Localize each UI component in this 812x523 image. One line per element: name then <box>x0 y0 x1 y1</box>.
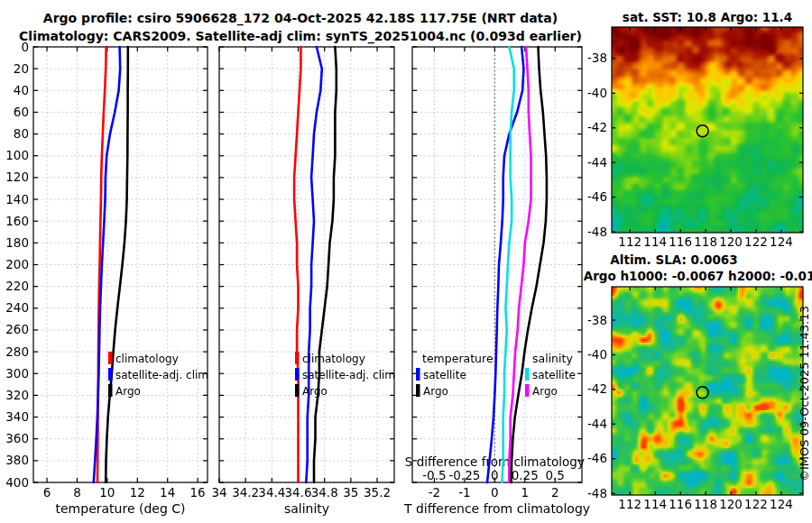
depth-tick-label: 80 <box>14 126 29 141</box>
lat-tick-label: -44 <box>587 417 607 431</box>
lat-tick-label: -42 <box>587 120 607 134</box>
legend-temperature: temperaturesatelliteArgo <box>416 352 494 398</box>
argo-profile-figure: Argo profile: csiro 5906628_172 04-Oct-2… <box>0 0 812 523</box>
legend-entry-Argo: Argo <box>295 384 328 398</box>
x-tick-label: 34.4 <box>258 485 285 500</box>
legend-entry-climatology: climatology <box>295 352 365 365</box>
lat-tick-label: -48 <box>587 225 607 239</box>
lon-tick-label: 120 <box>719 234 743 249</box>
depth-tick-label: 180 <box>5 235 29 250</box>
lon-tick-label: 114 <box>643 497 667 511</box>
depth-tick-label: 120 <box>5 170 29 184</box>
x-axis-label: T difference from climatology <box>403 501 590 516</box>
legend-label: satellite <box>532 369 576 381</box>
x-tick-label: 12 <box>130 485 145 500</box>
legend-entry-satellite-adj--clim: satellite-adj. clim <box>295 368 395 381</box>
depth-tick-label: 160 <box>5 214 29 228</box>
legend-label: Argo <box>423 385 448 398</box>
legend-label: Argo <box>115 385 141 398</box>
s-tick-label: 0 <box>491 468 499 482</box>
legend-label: satellite-adj. clim <box>115 369 208 381</box>
x-tick-label: 8 <box>73 485 81 500</box>
legend-marker <box>108 368 113 381</box>
legend-marker <box>108 384 113 397</box>
argo-float-marker <box>697 387 708 399</box>
legend-marker <box>295 352 300 364</box>
lon-tick-label: 118 <box>694 497 717 511</box>
legend-salinity: salinitysatelliteArgo <box>525 352 576 398</box>
legend-marker <box>416 384 420 397</box>
lon-tick-label: 122 <box>744 234 768 249</box>
argo-float-marker <box>697 125 708 137</box>
lon-tick-label: 112 <box>618 234 641 249</box>
lon-tick-label: 120 <box>719 497 743 511</box>
legend-header: salinity <box>532 352 573 365</box>
lon-tick-label: 124 <box>770 497 793 511</box>
depth-tick-label: 0 <box>21 40 29 54</box>
legend-marker <box>525 384 530 397</box>
panel-salinity: 3434.234.434.634.83535.2salinityclimatol… <box>211 47 395 516</box>
x-tick-label: 16 <box>190 485 206 500</box>
depth-tick-label: 380 <box>5 453 29 467</box>
legend-marker <box>295 368 300 381</box>
legend-label: climatology <box>302 353 365 365</box>
x-tick-label: -2 <box>429 485 440 500</box>
lon-tick-label: 114 <box>643 234 667 249</box>
legend-temperature: climatologysatellite-adj. climArgo <box>108 352 208 398</box>
panel-temperature: 6810121416020406080100120140160180200220… <box>5 40 208 517</box>
x-tick-label: 2 <box>551 485 559 500</box>
depth-tick-label: 320 <box>5 388 29 402</box>
lat-tick-label: -44 <box>587 155 607 170</box>
depth-tick-label: 400 <box>5 475 29 490</box>
s-tick-label: 0.5 <box>545 468 564 482</box>
x-axis-label: salinity <box>284 501 329 516</box>
legend-marker <box>525 368 530 381</box>
legend-salinity: climatologysatellite-adj. climArgo <box>295 352 395 398</box>
profile-plots-overlay: 6810121416020406080100120140160180200220… <box>0 0 812 523</box>
lat-tick-label: -46 <box>587 189 607 204</box>
panel-difference: -2-1012T difference from climatologyS di… <box>403 47 590 516</box>
legend-label: Argo <box>532 385 558 398</box>
lat-tick-label: -38 <box>587 50 607 65</box>
gridlines-difference <box>412 47 582 482</box>
sst-map-axes: 112114116118120122124-38-40-42-44-46-48 <box>587 27 803 249</box>
x-tick-label: 35.2 <box>364 485 391 500</box>
legend-label: satellite <box>423 369 466 381</box>
x-tick-label: 35 <box>343 485 358 500</box>
depth-tick-label: 360 <box>5 431 29 445</box>
depth-tick-label: 340 <box>5 409 29 424</box>
lon-tick-label: 116 <box>669 234 692 249</box>
depth-tick-label: 220 <box>5 279 29 293</box>
depth-tick-label: 60 <box>14 105 29 119</box>
lon-tick-label: 122 <box>744 497 768 511</box>
s-tick-label: 0.25 <box>512 468 539 482</box>
x-tick-label: 34.2 <box>232 485 259 500</box>
x-tick-label: 34.6 <box>284 485 311 500</box>
legend-label: satellite-adj. clim <box>302 369 395 381</box>
map-frame <box>612 287 803 495</box>
line-salinity-climatology <box>294 47 300 482</box>
legend-entry-temperature-satellite: satellite <box>416 368 466 381</box>
legend-marker <box>295 384 300 397</box>
x-tick-label: 6 <box>43 485 51 500</box>
depth-tick-label: 240 <box>5 300 29 315</box>
legend-marker <box>416 368 420 381</box>
legend-label: climatology <box>115 353 179 365</box>
x-tick-label: 34 <box>211 485 226 500</box>
lon-tick-label: 124 <box>770 234 793 249</box>
map-frame <box>612 27 803 233</box>
depth-tick-label: 200 <box>5 257 29 271</box>
legend-entry-salinity-Argo: Argo <box>525 384 558 398</box>
lat-tick-label: -40 <box>587 86 607 100</box>
depth-tick-label: 280 <box>5 344 29 359</box>
x-tick-label: 1 <box>521 485 529 500</box>
lon-tick-label: 116 <box>669 497 692 511</box>
line-temperature-argo <box>106 47 128 482</box>
lat-tick-label: -48 <box>587 486 607 500</box>
legend-entry-salinity-satellite: satellite <box>525 368 576 381</box>
depth-tick-label: 100 <box>5 148 29 162</box>
line-difference-salinity-satellite <box>502 47 513 482</box>
s-tick-label: -0.5 <box>422 468 446 482</box>
gridlines-temperature <box>33 47 208 482</box>
x-axis-label: temperature (deg C) <box>56 501 186 516</box>
